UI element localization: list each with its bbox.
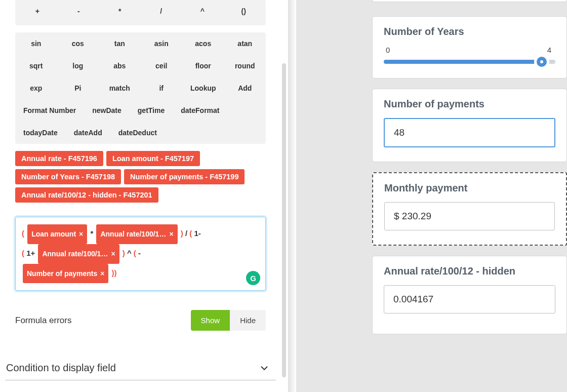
- remove-chip-icon[interactable]: ×: [169, 226, 173, 242]
- formula-input[interactable]: ( Loan amount× * Annual rate/100/1…× ) /…: [15, 217, 266, 291]
- fn-exp[interactable]: exp: [15, 77, 57, 99]
- fn-ceil[interactable]: ceil: [141, 55, 183, 77]
- formula-chip-rate-1[interactable]: Annual rate/100/1…×: [96, 224, 177, 244]
- scrollbar-thumb[interactable]: [282, 63, 286, 377]
- errors-toggle: Show Hide: [191, 310, 266, 331]
- field-chip-loan-amount[interactable]: Loan amount - F457197: [106, 151, 200, 166]
- fn-round[interactable]: round: [224, 55, 266, 77]
- tok-one-plus: 1+: [26, 249, 37, 257]
- remove-chip-icon[interactable]: ×: [100, 266, 104, 282]
- scrollbar-track[interactable]: [281, 0, 288, 392]
- operator-palette: + - * / ^ (): [15, 0, 266, 25]
- slider-min-label: 0: [386, 46, 390, 54]
- fn-add[interactable]: Add: [224, 77, 266, 99]
- card-monthly-payment[interactable]: Monthly payment $ 230.29: [372, 172, 567, 246]
- fn-abs[interactable]: abs: [99, 55, 141, 77]
- formula-errors-label: Formula errors: [15, 316, 71, 326]
- card-title: Number of payments: [384, 98, 555, 110]
- condition-section[interactable]: Condition to display field: [5, 357, 276, 380]
- panel-divider: [281, 0, 296, 392]
- fn-datededuct[interactable]: dateDeduct: [110, 122, 165, 144]
- function-palette: sin cos tan asin acos atan sqrt log abs …: [15, 32, 266, 144]
- fn-lookup[interactable]: Lookup: [182, 77, 224, 99]
- slider-fill: [384, 60, 542, 64]
- fn-asin[interactable]: asin: [141, 32, 183, 55]
- tok-open-paren: (: [189, 229, 192, 238]
- fn-match[interactable]: match: [99, 77, 141, 99]
- tok-one-minus: 1-: [194, 229, 200, 238]
- card-hidden-rate: Annual rate/100/12 - hidden 0.004167: [372, 256, 567, 334]
- show-errors-button[interactable]: Show: [191, 310, 230, 331]
- hidden-rate-value: 0.004167: [384, 285, 555, 313]
- tok-pow: ^: [127, 249, 132, 257]
- divider-shadow: [288, 0, 296, 392]
- slider-value-label: 4: [547, 46, 551, 54]
- tok-open-paren: (: [22, 249, 24, 257]
- hide-errors-button[interactable]: Hide: [230, 310, 266, 331]
- fn-sin[interactable]: sin: [15, 32, 57, 55]
- formula-chip-rate-2[interactable]: Annual rate/100/1…×: [38, 244, 119, 264]
- field-chip-list: Annual rate - F457196 Loan amount - F457…: [15, 151, 266, 203]
- chevron-down-icon: [259, 363, 270, 374]
- tok-mul: *: [90, 229, 95, 238]
- card-number-of-payments: Number of payments 48: [372, 89, 567, 162]
- fn-log[interactable]: log: [57, 55, 99, 77]
- fn-dateadd[interactable]: dateAdd: [66, 122, 110, 144]
- tok-open-paren: (: [134, 249, 138, 257]
- tok-close-paren-double: )): [112, 268, 117, 277]
- fn-cos[interactable]: cos: [57, 32, 99, 55]
- op-minus[interactable]: -: [58, 0, 100, 22]
- formula-chip-num-payments[interactable]: Number of payments×: [23, 264, 108, 284]
- num-payments-value[interactable]: 48: [384, 118, 555, 147]
- op-pow[interactable]: ^: [182, 0, 223, 22]
- fn-pi[interactable]: Pi: [57, 77, 99, 99]
- card-title: Annual rate/100/12 - hidden: [384, 265, 555, 277]
- card-number-of-years: Number of Years 0 4: [372, 16, 567, 79]
- remove-chip-icon[interactable]: ×: [111, 246, 115, 262]
- grammarly-icon[interactable]: G: [246, 271, 260, 285]
- tok-div: /: [185, 229, 189, 238]
- formula-editor-panel: + - * / ^ () sin cos tan asin acos atan …: [0, 0, 281, 392]
- slider-thumb[interactable]: [534, 54, 549, 69]
- op-div[interactable]: /: [141, 0, 182, 22]
- op-parens[interactable]: (): [223, 0, 265, 22]
- fn-if[interactable]: if: [141, 77, 183, 99]
- years-slider[interactable]: 0 4: [384, 46, 555, 64]
- op-plus[interactable]: +: [17, 0, 58, 22]
- formula-chip-loan-amount[interactable]: Loan amount×: [27, 224, 87, 244]
- remove-chip-icon[interactable]: ×: [79, 226, 83, 242]
- op-mul[interactable]: *: [99, 0, 141, 22]
- card-title: Number of Years: [384, 26, 555, 37]
- fn-dateformat[interactable]: dateFormat: [173, 99, 227, 122]
- card-title: Monthly payment: [384, 182, 555, 194]
- fn-floor[interactable]: floor: [182, 55, 224, 77]
- fn-gettime[interactable]: getTime: [130, 99, 173, 122]
- preview-card-stub: [372, 0, 567, 2]
- field-chip-number-of-payments[interactable]: Number of payments - F457199: [124, 169, 245, 184]
- slider-track[interactable]: [384, 60, 555, 64]
- fn-atan[interactable]: atan: [224, 32, 266, 55]
- fn-acos[interactable]: acos: [182, 32, 224, 55]
- fn-todaydate[interactable]: todayDate: [15, 122, 66, 144]
- tok-close-paren: ): [123, 249, 125, 257]
- field-chip-annual-rate[interactable]: Annual rate - F457196: [15, 151, 103, 166]
- fn-format-number[interactable]: Format Number: [15, 99, 84, 122]
- tok-open-paren: (: [22, 229, 24, 238]
- formula-errors-row: Formula errors Show Hide: [15, 310, 266, 331]
- tok-close-paren: ): [181, 229, 183, 238]
- monthly-payment-value: $ 230.29: [384, 202, 555, 230]
- form-preview-panel: Number of Years 0 4 Number of payments 4…: [296, 0, 567, 392]
- fn-sqrt[interactable]: sqrt: [15, 55, 57, 77]
- fn-tan[interactable]: tan: [99, 32, 141, 55]
- field-chip-hidden-rate[interactable]: Annual rate/100/12 - hidden - F457201: [15, 187, 158, 203]
- tok-neg: -: [138, 249, 141, 257]
- fn-newdate[interactable]: newDate: [84, 99, 130, 122]
- condition-label: Condition to display field: [6, 362, 116, 374]
- field-chip-number-of-years[interactable]: Number of Years - F457198: [15, 169, 121, 184]
